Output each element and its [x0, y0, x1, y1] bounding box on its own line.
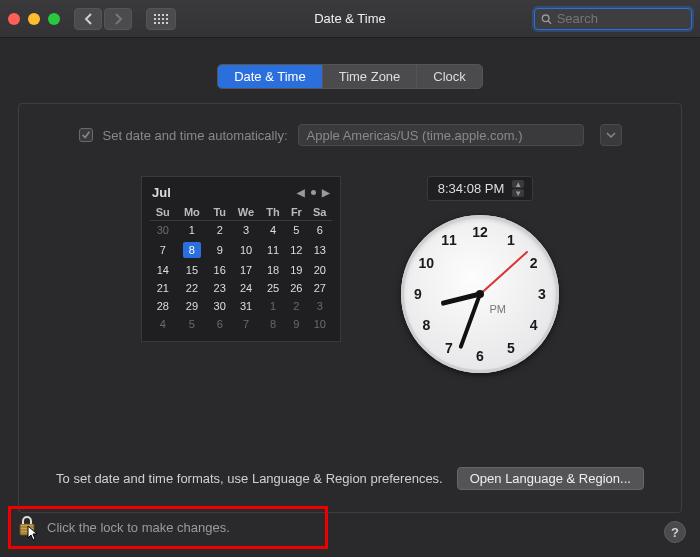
calendar-day[interactable]: 19 [285, 261, 307, 279]
calendar-day[interactable]: 15 [176, 261, 209, 279]
calendar-day[interactable]: 25 [261, 279, 285, 297]
calendar-day[interactable]: 30 [150, 221, 176, 240]
clock-number: 3 [538, 286, 546, 302]
calendar-day[interactable]: 12 [285, 239, 307, 261]
calendar-day[interactable]: 2 [285, 297, 307, 315]
clock-number: 8 [422, 317, 430, 333]
search-icon [541, 13, 552, 25]
calendar-day[interactable]: 11 [261, 239, 285, 261]
calendar-weekday: Th [261, 204, 285, 221]
svg-point-0 [542, 14, 549, 21]
calendar-day[interactable]: 26 [285, 279, 307, 297]
titlebar: Date & Time [0, 0, 700, 38]
clock-number: 4 [530, 317, 538, 333]
cursor-icon [27, 525, 41, 541]
window-controls [8, 13, 60, 25]
calendar-day[interactable]: 9 [285, 315, 307, 333]
calendar-day[interactable]: 2 [208, 221, 231, 240]
nav-buttons [74, 8, 132, 30]
calendar-weekday: Tu [208, 204, 231, 221]
calendar-day[interactable]: 27 [308, 279, 333, 297]
show-all-button[interactable] [146, 8, 176, 30]
calendar-day[interactable]: 14 [150, 261, 176, 279]
calendar-day[interactable]: 4 [150, 315, 176, 333]
calendar-day[interactable]: 22 [176, 279, 209, 297]
tab-clock[interactable]: Clock [417, 65, 482, 88]
date-time-panel: Set date and time automatically: Apple A… [18, 103, 682, 513]
calendar-day[interactable]: 13 [308, 239, 333, 261]
help-button[interactable]: ? [664, 521, 686, 543]
calendar-prev-icon[interactable]: ◀ [297, 187, 305, 198]
time-server-dropdown[interactable] [600, 124, 622, 146]
calendar-day[interactable]: 3 [308, 297, 333, 315]
auto-set-label: Set date and time automatically: [103, 128, 288, 143]
calendar-day[interactable]: 30 [208, 297, 231, 315]
zoom-window-button[interactable] [48, 13, 60, 25]
calendar[interactable]: Jul ◀ ▶ SuMoTuWeThFrSa 30123456789101112… [141, 176, 341, 342]
calendar-day[interactable]: 10 [231, 239, 261, 261]
grid-icon [154, 14, 168, 24]
search-input[interactable] [557, 11, 685, 26]
calendar-day[interactable]: 24 [231, 279, 261, 297]
chevron-down-icon [606, 130, 616, 140]
calendar-day[interactable]: 31 [231, 297, 261, 315]
calendar-day[interactable]: 16 [208, 261, 231, 279]
calendar-weekday: Fr [285, 204, 307, 221]
search-field[interactable] [534, 8, 692, 30]
time-value: 8:34:08 PM [438, 181, 505, 196]
calendar-nav: ◀ ▶ [297, 187, 330, 198]
time-server-field[interactable]: Apple Americas/US (time.apple.com.) [298, 124, 584, 146]
forward-button[interactable] [104, 8, 132, 30]
window-title: Date & Time [314, 11, 386, 26]
calendar-day[interactable]: 8 [261, 315, 285, 333]
calendar-day[interactable]: 29 [176, 297, 209, 315]
calendar-day[interactable]: 7 [150, 239, 176, 261]
calendar-day[interactable]: 8 [176, 239, 209, 261]
calendar-day[interactable]: 7 [231, 315, 261, 333]
calendar-today-icon[interactable] [311, 190, 316, 195]
auto-set-checkbox[interactable] [79, 128, 93, 142]
clock-number: 11 [441, 232, 457, 248]
clock-number: 9 [414, 286, 422, 302]
close-window-button[interactable] [8, 13, 20, 25]
calendar-day[interactable]: 18 [261, 261, 285, 279]
calendar-day[interactable]: 20 [308, 261, 333, 279]
calendar-day[interactable]: 28 [150, 297, 176, 315]
calendar-day[interactable]: 21 [150, 279, 176, 297]
calendar-day[interactable]: 23 [208, 279, 231, 297]
clock-number: 2 [530, 255, 538, 271]
calendar-day[interactable]: 5 [285, 221, 307, 240]
minimize-window-button[interactable] [28, 13, 40, 25]
calendar-day[interactable]: 1 [176, 221, 209, 240]
calendar-day[interactable]: 10 [308, 315, 333, 333]
formats-hint: To set date and time formats, use Langua… [56, 471, 443, 486]
stepper-down-icon[interactable]: ▼ [512, 189, 524, 197]
stepper-up-icon[interactable]: ▲ [512, 180, 524, 188]
calendar-weekday: Su [150, 204, 176, 221]
clock-number: 6 [476, 348, 484, 364]
calendar-day[interactable]: 3 [231, 221, 261, 240]
time-stepper[interactable]: ▲ ▼ [512, 180, 524, 197]
tab-date-time[interactable]: Date & Time [218, 65, 323, 88]
time-field[interactable]: 8:34:08 PM ▲ ▼ [427, 176, 534, 201]
calendar-weekday: Mo [176, 204, 209, 221]
open-language-region-button[interactable]: Open Language & Region... [457, 467, 644, 490]
lock-button[interactable] [17, 515, 37, 540]
calendar-day[interactable]: 1 [261, 297, 285, 315]
calendar-grid: SuMoTuWeThFrSa 3012345678910111213141516… [150, 204, 332, 333]
calendar-day[interactable]: 17 [231, 261, 261, 279]
tab-time-zone[interactable]: Time Zone [323, 65, 418, 88]
back-button[interactable] [74, 8, 102, 30]
calendar-day[interactable]: 4 [261, 221, 285, 240]
calendar-day[interactable]: 6 [208, 315, 231, 333]
calendar-next-icon[interactable]: ▶ [322, 187, 330, 198]
calendar-day[interactable]: 6 [308, 221, 333, 240]
auto-set-row: Set date and time automatically: Apple A… [43, 124, 657, 146]
clock-pivot [476, 290, 484, 298]
calendar-weekday: We [231, 204, 261, 221]
calendar-day[interactable]: 9 [208, 239, 231, 261]
calendar-month-label: Jul [152, 185, 171, 200]
calendar-day[interactable]: 5 [176, 315, 209, 333]
time-server-value: Apple Americas/US (time.apple.com.) [299, 128, 531, 143]
checkmark-icon [81, 130, 91, 140]
